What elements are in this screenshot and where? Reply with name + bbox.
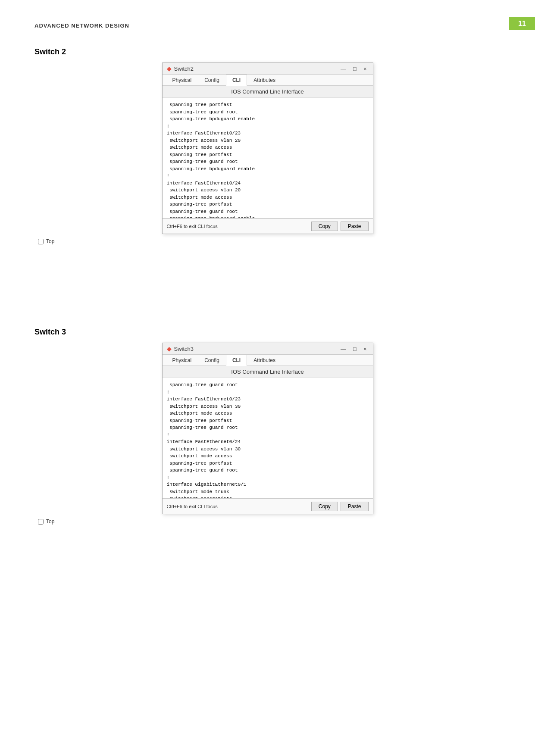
switch3-tab-cli[interactable]: CLI (226, 355, 247, 366)
switch3-section: Switch 3 ◆ Switch3 — □ × Physical Config… (34, 328, 501, 526)
switch2-tab-physical[interactable]: Physical (166, 75, 198, 86)
switch2-bottombar: Ctrl+F6 to exit CLI focus Copy Paste (163, 219, 373, 234)
switch2-top-label: Top (46, 238, 54, 244)
switch3-maximize-button[interactable]: □ (351, 346, 358, 352)
switch2-window-title: Switch2 (174, 66, 194, 72)
switch3-tabs: Physical Config CLI Attributes (163, 355, 373, 366)
switch2-paste-button[interactable]: Paste (341, 222, 369, 231)
switch2-cli-header: IOS Command Line Interface (163, 86, 373, 98)
switch2-tab-cli[interactable]: CLI (226, 75, 247, 86)
switch3-window-controls: — □ × (339, 346, 368, 352)
switch3-bottombar: Ctrl+F6 to exit CLI focus Copy Paste (163, 499, 373, 514)
page-header: ADVANCED NETWORK DESIGN (34, 22, 129, 29)
switch2-top-area: Top (38, 234, 501, 246)
switch3-minimize-button[interactable]: — (339, 346, 348, 352)
switch3-paste-button[interactable]: Paste (341, 502, 369, 511)
switch3-top-checkbox[interactable] (38, 519, 44, 525)
switch2-tabs: Physical Config CLI Attributes (163, 75, 373, 86)
switch3-top-area: Top (38, 514, 501, 526)
switch3-copy-button[interactable]: Copy (311, 502, 338, 511)
switch3-section-title: Switch 3 (34, 328, 501, 337)
switch2-section-title: Switch 2 (34, 47, 501, 56)
switch2-window: ◆ Switch2 — □ × Physical Config CLI Attr… (162, 62, 373, 234)
switch3-tab-attributes[interactable]: Attributes (247, 355, 282, 366)
switch2-minimize-button[interactable]: — (339, 66, 348, 72)
switch3-titlebar: ◆ Switch3 — □ × (163, 343, 373, 355)
switch3-top-label: Top (46, 519, 54, 525)
switch3-titlebar-left: ◆ Switch3 (167, 345, 194, 352)
switch2-copy-button[interactable]: Copy (311, 222, 338, 231)
switch3-window-title: Switch3 (174, 346, 194, 352)
switch2-maximize-button[interactable]: □ (351, 66, 358, 72)
switch2-close-button[interactable]: × (362, 66, 369, 72)
switch3-tab-config[interactable]: Config (198, 355, 226, 366)
switch3-bottombar-buttons: Copy Paste (311, 502, 369, 511)
switch3-cli-hint: Ctrl+F6 to exit CLI focus (167, 504, 218, 509)
switch2-tab-config[interactable]: Config (198, 75, 226, 86)
switch3-tab-physical[interactable]: Physical (166, 355, 198, 366)
switch3-close-button[interactable]: × (362, 346, 369, 352)
switch3-cli-header: IOS Command Line Interface (163, 366, 373, 378)
switch2-window-controls: — □ × (339, 66, 368, 72)
switch2-section: Switch 2 ◆ Switch2 — □ × Physical Config… (34, 47, 501, 246)
switch2-titlebar: ◆ Switch2 — □ × (163, 63, 373, 75)
switch2-window-icon: ◆ (167, 65, 172, 72)
switch2-titlebar-left: ◆ Switch2 (167, 65, 194, 72)
switch3-cli-content[interactable]: spanning-tree guard root ! interface Fas… (163, 378, 373, 499)
switch3-window-icon: ◆ (167, 345, 172, 352)
page-number: 11 (509, 17, 535, 30)
switch3-window: ◆ Switch3 — □ × Physical Config CLI Attr… (162, 343, 373, 514)
switch2-top-checkbox[interactable] (38, 239, 44, 244)
switch2-tab-attributes[interactable]: Attributes (247, 75, 282, 86)
switch2-cli-content[interactable]: spanning-tree portfast spanning-tree gua… (163, 98, 373, 219)
switch2-cli-hint: Ctrl+F6 to exit CLI focus (167, 224, 218, 229)
switch2-bottombar-buttons: Copy Paste (311, 222, 369, 231)
